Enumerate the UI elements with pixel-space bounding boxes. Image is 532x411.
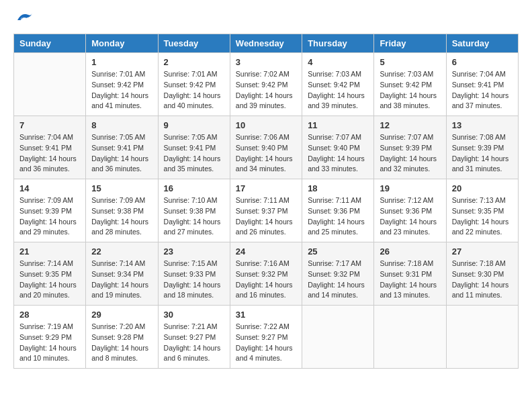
- table-cell: [446, 306, 518, 369]
- day-info: Sunrise: 7:22 AM Sunset: 9:27 PM Dayligh…: [236, 322, 296, 364]
- table-cell: 5Sunrise: 7:03 AM Sunset: 9:42 PM Daylig…: [374, 53, 446, 116]
- table-cell: 28Sunrise: 7:19 AM Sunset: 9:29 PM Dayli…: [14, 306, 86, 369]
- day-info: Sunrise: 7:03 AM Sunset: 9:42 PM Dayligh…: [380, 69, 440, 111]
- day-number: 9: [164, 120, 224, 130]
- table-cell: 21Sunrise: 7:14 AM Sunset: 9:35 PM Dayli…: [14, 242, 86, 306]
- header-tuesday: Tuesday: [158, 34, 230, 53]
- day-info: Sunrise: 7:01 AM Sunset: 9:42 PM Dayligh…: [91, 69, 152, 111]
- day-info: Sunrise: 7:11 AM Sunset: 9:36 PM Dayligh…: [308, 195, 368, 238]
- day-info: Sunrise: 7:03 AM Sunset: 9:42 PM Dayligh…: [308, 69, 368, 111]
- day-info: Sunrise: 7:10 AM Sunset: 9:38 PM Dayligh…: [164, 195, 224, 238]
- table-cell: 9Sunrise: 7:05 AM Sunset: 9:41 PM Daylig…: [158, 116, 230, 179]
- table-cell: [374, 306, 446, 369]
- table-cell: 24Sunrise: 7:16 AM Sunset: 9:32 PM Dayli…: [230, 242, 302, 306]
- day-info: Sunrise: 7:17 AM Sunset: 9:32 PM Dayligh…: [308, 259, 368, 301]
- table-cell: 26Sunrise: 7:18 AM Sunset: 9:31 PM Dayli…: [374, 242, 446, 306]
- day-info: Sunrise: 7:04 AM Sunset: 9:41 PM Dayligh…: [452, 69, 513, 111]
- day-number: 1: [91, 57, 152, 67]
- table-cell: 1Sunrise: 7:01 AM Sunset: 9:42 PM Daylig…: [86, 53, 158, 116]
- day-number: 30: [164, 310, 224, 320]
- day-info: Sunrise: 7:20 AM Sunset: 9:28 PM Dayligh…: [91, 322, 152, 364]
- day-number: 11: [308, 120, 368, 130]
- day-number: 28: [19, 310, 80, 320]
- day-info: Sunrise: 7:06 AM Sunset: 9:40 PM Dayligh…: [236, 132, 296, 175]
- table-cell: 10Sunrise: 7:06 AM Sunset: 9:40 PM Dayli…: [230, 116, 302, 179]
- day-number: 15: [91, 183, 152, 193]
- day-info: Sunrise: 7:12 AM Sunset: 9:36 PM Dayligh…: [380, 195, 440, 238]
- table-cell: 18Sunrise: 7:11 AM Sunset: 9:36 PM Dayli…: [302, 179, 374, 242]
- header-thursday: Thursday: [302, 34, 374, 53]
- day-number: 6: [452, 57, 513, 67]
- day-number: 23: [164, 246, 224, 257]
- table-cell: 31Sunrise: 7:22 AM Sunset: 9:27 PM Dayli…: [230, 306, 302, 369]
- table-cell: 12Sunrise: 7:07 AM Sunset: 9:39 PM Dayli…: [374, 116, 446, 179]
- table-cell: 22Sunrise: 7:14 AM Sunset: 9:34 PM Dayli…: [86, 242, 158, 306]
- day-info: Sunrise: 7:13 AM Sunset: 9:35 PM Dayligh…: [452, 195, 513, 238]
- week-row-5: 28Sunrise: 7:19 AM Sunset: 9:29 PM Dayli…: [14, 306, 519, 369]
- day-number: 8: [91, 120, 152, 130]
- day-number: 18: [308, 183, 368, 193]
- day-number: 29: [91, 310, 152, 320]
- day-number: 10: [236, 120, 296, 130]
- table-cell: 3Sunrise: 7:02 AM Sunset: 9:42 PM Daylig…: [230, 53, 302, 116]
- table-cell: 11Sunrise: 7:07 AM Sunset: 9:40 PM Dayli…: [302, 116, 374, 179]
- day-number: 31: [236, 310, 296, 320]
- day-info: Sunrise: 7:11 AM Sunset: 9:37 PM Dayligh…: [236, 195, 296, 238]
- day-number: 26: [380, 246, 440, 257]
- header-saturday: Saturday: [446, 34, 518, 53]
- logo: [13, 13, 34, 23]
- header-monday: Monday: [86, 34, 158, 53]
- day-number: 4: [308, 57, 368, 67]
- day-number: 5: [380, 57, 440, 67]
- day-info: Sunrise: 7:21 AM Sunset: 9:27 PM Dayligh…: [164, 322, 224, 364]
- table-cell: 30Sunrise: 7:21 AM Sunset: 9:27 PM Dayli…: [158, 306, 230, 369]
- day-info: Sunrise: 7:09 AM Sunset: 9:39 PM Dayligh…: [19, 195, 80, 238]
- calendar-header-row: SundayMondayTuesdayWednesdayThursdayFrid…: [14, 34, 519, 53]
- day-info: Sunrise: 7:16 AM Sunset: 9:32 PM Dayligh…: [236, 259, 296, 301]
- table-cell: 25Sunrise: 7:17 AM Sunset: 9:32 PM Dayli…: [302, 242, 374, 306]
- table-cell: 13Sunrise: 7:08 AM Sunset: 9:39 PM Dayli…: [446, 116, 518, 179]
- day-info: Sunrise: 7:09 AM Sunset: 9:38 PM Dayligh…: [91, 195, 152, 238]
- week-row-3: 14Sunrise: 7:09 AM Sunset: 9:39 PM Dayli…: [14, 179, 519, 242]
- page-header: [13, 13, 519, 23]
- day-number: 17: [236, 183, 296, 193]
- header-friday: Friday: [374, 34, 446, 53]
- day-number: 12: [380, 120, 440, 130]
- table-cell: 29Sunrise: 7:20 AM Sunset: 9:28 PM Dayli…: [86, 306, 158, 369]
- table-cell: [302, 306, 374, 369]
- calendar-table: SundayMondayTuesdayWednesdayThursdayFrid…: [13, 34, 519, 369]
- table-cell: 23Sunrise: 7:15 AM Sunset: 9:33 PM Dayli…: [158, 242, 230, 306]
- day-info: Sunrise: 7:05 AM Sunset: 9:41 PM Dayligh…: [91, 132, 152, 175]
- table-cell: 8Sunrise: 7:05 AM Sunset: 9:41 PM Daylig…: [86, 116, 158, 179]
- week-row-1: 1Sunrise: 7:01 AM Sunset: 9:42 PM Daylig…: [14, 53, 519, 116]
- day-number: 7: [19, 120, 80, 130]
- day-number: 27: [452, 246, 513, 257]
- day-info: Sunrise: 7:07 AM Sunset: 9:40 PM Dayligh…: [308, 132, 368, 175]
- header-sunday: Sunday: [14, 34, 86, 53]
- week-row-4: 21Sunrise: 7:14 AM Sunset: 9:35 PM Dayli…: [14, 242, 519, 306]
- day-info: Sunrise: 7:14 AM Sunset: 9:34 PM Dayligh…: [91, 259, 152, 301]
- day-number: 24: [236, 246, 296, 257]
- day-number: 20: [452, 183, 513, 193]
- day-info: Sunrise: 7:14 AM Sunset: 9:35 PM Dayligh…: [19, 259, 80, 301]
- week-row-2: 7Sunrise: 7:04 AM Sunset: 9:41 PM Daylig…: [14, 116, 519, 179]
- table-cell: 4Sunrise: 7:03 AM Sunset: 9:42 PM Daylig…: [302, 53, 374, 116]
- table-cell: 14Sunrise: 7:09 AM Sunset: 9:39 PM Dayli…: [14, 179, 86, 242]
- day-number: 21: [19, 246, 80, 257]
- day-number: 14: [19, 183, 80, 193]
- day-info: Sunrise: 7:07 AM Sunset: 9:39 PM Dayligh…: [380, 132, 440, 175]
- day-info: Sunrise: 7:02 AM Sunset: 9:42 PM Dayligh…: [236, 69, 296, 111]
- table-cell: 7Sunrise: 7:04 AM Sunset: 9:41 PM Daylig…: [14, 116, 86, 179]
- day-info: Sunrise: 7:18 AM Sunset: 9:30 PM Dayligh…: [452, 259, 513, 301]
- table-cell: [14, 53, 86, 116]
- header-wednesday: Wednesday: [230, 34, 302, 53]
- table-cell: 27Sunrise: 7:18 AM Sunset: 9:30 PM Dayli…: [446, 242, 518, 306]
- day-number: 25: [308, 246, 368, 257]
- table-cell: 15Sunrise: 7:09 AM Sunset: 9:38 PM Dayli…: [86, 179, 158, 242]
- logo-bird-icon: [15, 11, 34, 26]
- table-cell: 17Sunrise: 7:11 AM Sunset: 9:37 PM Dayli…: [230, 179, 302, 242]
- day-info: Sunrise: 7:15 AM Sunset: 9:33 PM Dayligh…: [164, 259, 224, 301]
- table-cell: 6Sunrise: 7:04 AM Sunset: 9:41 PM Daylig…: [446, 53, 518, 116]
- table-cell: 16Sunrise: 7:10 AM Sunset: 9:38 PM Dayli…: [158, 179, 230, 242]
- day-number: 2: [164, 57, 224, 67]
